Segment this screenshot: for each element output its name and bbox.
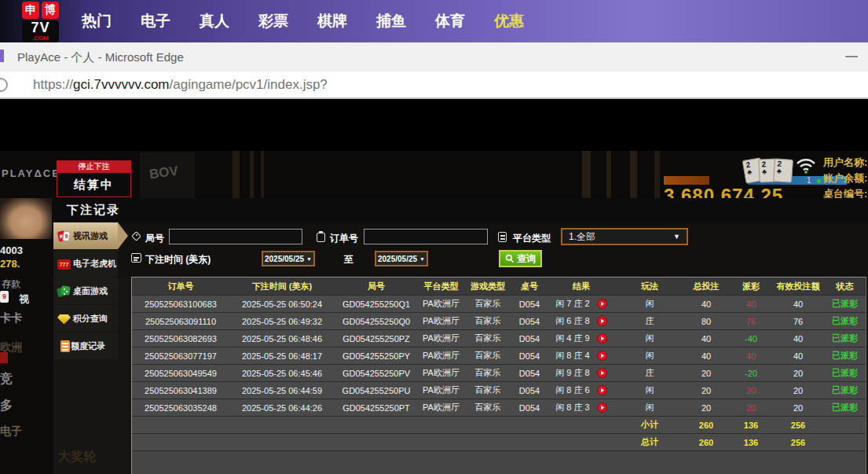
table-number-label: 桌台编号: bbox=[823, 187, 867, 198]
result-text: 闲 7 庄 2 bbox=[555, 298, 589, 310]
result-text: 闲 8 庄 3 bbox=[555, 402, 589, 413]
round-label: 局号 bbox=[145, 232, 164, 245]
logo-tile-1: 申 bbox=[22, 2, 39, 19]
seat-marker: 1 bbox=[807, 176, 811, 185]
document-icon bbox=[60, 340, 70, 352]
fragment-red-patch bbox=[0, 352, 8, 363]
table-row: 250525063091110 2025-05-25 06:49:32 GD05… bbox=[132, 313, 866, 330]
logo-7v: 7V .COM bbox=[22, 20, 59, 42]
sidebar-item-slots[interactable]: 777 电子老虎机 bbox=[53, 250, 118, 277]
nav-item-board[interactable]: 棋牌 bbox=[317, 11, 348, 31]
window-icon bbox=[0, 50, 4, 62]
grand-total-payout: 136 bbox=[728, 434, 774, 450]
window-title-bar: PlayAce - 个人 - Microsoft Edge bbox=[0, 42, 868, 72]
sidebar-item-table-games[interactable]: 桌面游戏 bbox=[53, 277, 118, 304]
nav-item-slots[interactable]: 电子 bbox=[140, 11, 171, 31]
status-badge: 已派彩 bbox=[822, 347, 867, 364]
card-icon: 9 bbox=[0, 291, 9, 303]
avatar bbox=[0, 198, 52, 239]
chevron-down-icon: ▼ bbox=[306, 256, 312, 262]
subtotal-payout: 136 bbox=[728, 417, 774, 433]
replay-video-icon[interactable] bbox=[597, 385, 607, 395]
status-badge: 已派彩 bbox=[822, 330, 867, 347]
grand-total-valid: 256 bbox=[774, 434, 822, 450]
bet-time-label: 下注时间 (美东) bbox=[145, 253, 211, 266]
black-band bbox=[0, 101, 868, 151]
payout-value: -20 bbox=[728, 365, 774, 381]
table-row: 250525063082693 2025-05-25 06:48:46 GD05… bbox=[132, 330, 866, 347]
replay-video-icon[interactable] bbox=[597, 316, 607, 326]
fragment-balance: 278. bbox=[0, 258, 20, 270]
nav-item-promo[interactable]: 优惠 bbox=[493, 11, 525, 31]
status-badge: 已派彩 bbox=[822, 313, 867, 329]
subtotal-row: 小计 260 136 256 bbox=[132, 417, 866, 434]
fragment-deposit: 存款 bbox=[2, 277, 20, 291]
pillar-fragment bbox=[582, 151, 591, 198]
pillar-fragment bbox=[233, 151, 240, 198]
slot-777-icon: 777 bbox=[57, 259, 71, 270]
minimize-button[interactable] bbox=[834, 42, 868, 72]
platform-selected-value: 1.全部 bbox=[569, 230, 595, 244]
site-logo[interactable]: 申 博 7V .COM bbox=[22, 2, 61, 42]
window-title: PlayAce - 个人 - Microsoft Edge bbox=[17, 42, 184, 72]
nav-item-fishing[interactable]: 捕鱼 bbox=[375, 11, 407, 31]
status-badge: 已派彩 bbox=[822, 365, 867, 381]
popup-sidebar: K9 视讯游戏 777 电子老虎机 桌面游戏 积分查询 bbox=[53, 222, 118, 360]
pillar-fragment bbox=[654, 151, 660, 198]
url-text[interactable]: https://gci.7vvvvvv.com/agingame/pcv1/in… bbox=[33, 72, 328, 97]
replay-video-icon[interactable] bbox=[597, 333, 607, 344]
platform-select[interactable]: 1.全部 ▼ bbox=[561, 228, 688, 245]
pillar-fragment bbox=[606, 151, 611, 198]
username-label: 用户名称: bbox=[823, 156, 867, 170]
playing-card: 2♣ bbox=[773, 158, 793, 183]
balance-label: 账户余额: bbox=[823, 171, 867, 186]
page-info-icon[interactable] bbox=[0, 78, 8, 92]
fragment-video-tab: 视 bbox=[19, 292, 29, 307]
table-row: 250525063041389 2025-05-25 06:44:59 GD05… bbox=[132, 382, 866, 399]
replay-video-icon[interactable] bbox=[597, 368, 607, 378]
game-background-strip: PLAYΔCE 停止下注 结算中 BOV 2♣ 2♣ 2♣ 3,680,674.… bbox=[0, 151, 868, 198]
payout-value: 40 bbox=[728, 347, 774, 364]
address-bar[interactable]: https://gci.7vvvvvv.com/agingame/pcv1/in… bbox=[0, 72, 868, 99]
order-input[interactable] bbox=[364, 229, 488, 244]
query-button[interactable]: 查询 bbox=[499, 250, 542, 267]
nav-item-sports[interactable]: 体育 bbox=[434, 11, 466, 31]
cards-icon: K9 bbox=[57, 230, 71, 243]
logo-tile-2: 博 bbox=[42, 2, 59, 19]
table-row: 250525063049549 2025-05-25 06:45:46 GD05… bbox=[132, 365, 866, 382]
round-input[interactable] bbox=[169, 229, 302, 244]
table-row: 250525063100683 2025-05-25 06:50:24 GD05… bbox=[132, 296, 866, 313]
sidebar-item-live-games[interactable]: K9 视讯游戏 bbox=[53, 222, 118, 249]
nav-item-lottery[interactable]: 彩票 bbox=[258, 11, 289, 31]
date-to-picker[interactable]: 2025/05/25 ▼ bbox=[375, 251, 428, 266]
popup-title: 下注记录 bbox=[67, 198, 120, 222]
result-text: 闲 6 庄 8 bbox=[555, 315, 589, 327]
table-body: 250525063100683 2025-05-25 06:50:24 GD05… bbox=[132, 296, 866, 417]
replay-video-icon[interactable] bbox=[597, 351, 607, 361]
replay-video-icon[interactable] bbox=[597, 402, 607, 413]
pillar-fragment bbox=[261, 151, 264, 198]
nav-item-live[interactable]: 真人 bbox=[199, 11, 230, 31]
result-text: 闲 8 庄 4 bbox=[555, 350, 589, 362]
pillar-fragment bbox=[630, 151, 637, 198]
popup-header: 下注记录 bbox=[53, 198, 868, 222]
sidebar-item-credit-records[interactable]: 额度记录 bbox=[53, 333, 118, 359]
date-from-picker[interactable]: 2025/05/25 ▼ bbox=[262, 251, 315, 266]
nav-item-hot[interactable]: 热门 bbox=[81, 11, 112, 31]
status-badge: 已派彩 bbox=[822, 399, 867, 416]
bov-sign: BOV bbox=[140, 152, 195, 198]
watermark-text: 大奖轮 bbox=[58, 449, 96, 465]
url-domain: gci.7vvvvvv.com bbox=[73, 77, 170, 92]
screen: 申 博 7V .COM 热门 电子 真人 彩票 棋牌 捕鱼 体育 优惠 Play… bbox=[0, 0, 868, 474]
sidebar-item-points[interactable]: 积分查询 bbox=[53, 305, 118, 332]
result-text: 闲 8 庄 6 bbox=[555, 384, 589, 396]
replay-video-icon[interactable] bbox=[597, 299, 607, 309]
grand-total-total: 260 bbox=[684, 434, 728, 450]
result-text: 闲 9 庄 8 bbox=[555, 367, 589, 379]
fragment-kaka: 卡卡 bbox=[0, 311, 22, 325]
pillar-fragment bbox=[250, 151, 254, 198]
online-dot bbox=[817, 179, 821, 183]
grand-total-row: 总计 260 136 256 bbox=[132, 434, 866, 451]
table-row: 250525063077197 2025-05-25 06:48:17 GD05… bbox=[132, 347, 866, 365]
bet-records-popup: 下注记录 K9 视讯游戏 777 电子老虎机 桌面游戏 bbox=[53, 198, 868, 474]
